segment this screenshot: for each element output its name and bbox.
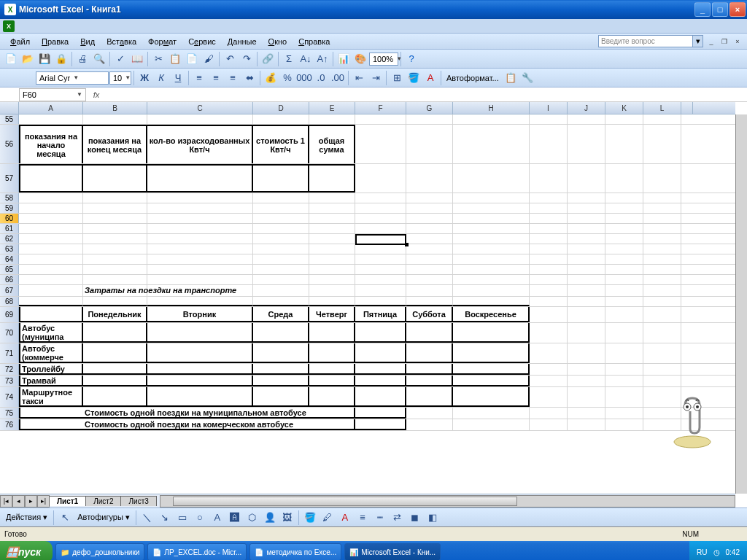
sheet-nav-next[interactable]: ▸ [25,495,37,508]
minimize-button[interactable]: _ [694,2,711,17]
col-J[interactable]: J [568,102,605,114]
ask-question-box[interactable]: Введите вопрос [598,35,693,47]
comma-button[interactable]: 000 [296,70,312,86]
oval-tool[interactable]: ○ [192,510,208,526]
lang-indicator[interactable]: RU [697,548,707,556]
sheet-tab-2[interactable]: Лист2 [85,496,121,506]
align-left-button[interactable]: ≡ [191,70,207,86]
sheet-tab-1[interactable]: Лист1 [49,496,86,506]
preview-button[interactable]: 🔍 [91,51,107,67]
paste-button[interactable]: 📄 [184,51,200,67]
dash-style-button[interactable]: ┅ [372,510,388,526]
tool-extra1[interactable]: 📋 [503,70,519,86]
col-C[interactable]: C [147,102,253,114]
autoformat-button[interactable]: Автоформат... [444,74,502,82]
textbox-tool[interactable]: A [209,510,225,526]
horizontal-scrollbar[interactable] [160,495,735,508]
font-size-dropdown[interactable]: 10▼ [109,71,131,85]
zoom-dropdown[interactable]: 100%▼ [369,52,398,66]
fill-button[interactable]: 🪣 [302,510,318,526]
doc-close[interactable]: × [732,36,743,47]
arrow-style-button[interactable]: ⇄ [390,510,406,526]
spell-button[interactable]: ✓ [112,51,128,67]
cut-button[interactable]: ✂ [150,51,166,67]
sheet-nav-last[interactable]: ▸| [37,495,50,508]
dec-decimal-button[interactable]: .00 [330,70,346,86]
table1-h3[interactable]: кол-во израсходованных Квт/ч [147,125,253,163]
font-color-button2[interactable]: A [337,510,353,526]
diagram-tool[interactable]: ⬡ [244,510,260,526]
percent-button[interactable]: % [279,70,295,86]
save-button[interactable]: 💾 [36,51,53,67]
maximize-button[interactable]: □ [712,2,728,17]
task-folder[interactable]: 📁 дефо_дошкольники [55,543,144,560]
line-style-button[interactable]: ≡ [355,510,371,526]
fill-handle[interactable] [405,243,409,246]
doc-restore[interactable]: ❐ [719,36,729,47]
menu-view[interactable]: Вид [74,36,101,47]
permissions-button[interactable]: 🔒 [53,51,69,67]
vertical-scrollbar[interactable] [735,114,747,494]
tool-extra2[interactable]: 🔧 [519,70,535,86]
task-word1[interactable]: 📄 ЛР_EXCEL.doc - Micr... [147,543,247,560]
close-button[interactable]: × [729,2,746,17]
task-word2[interactable]: 📄 методичка по Exce... [249,543,341,560]
redo-button[interactable]: ↷ [239,51,255,67]
autosum-button[interactable]: Σ [281,51,297,67]
picture-tool[interactable]: 🖼 [279,510,295,526]
bold-button[interactable]: Ж [136,70,152,86]
col-K[interactable]: K [605,102,643,114]
merge-button[interactable]: ⬌ [241,70,258,86]
hyperlink-button[interactable]: 🔗 [260,51,276,67]
align-right-button[interactable]: ≡ [225,70,241,86]
font-color-button[interactable]: A [422,70,438,86]
col-L[interactable]: L [643,102,681,114]
align-center-button[interactable]: ≡ [208,70,224,86]
sheet-tab-3[interactable]: Лист3 [120,496,156,506]
col-E[interactable]: E [309,102,355,114]
system-tray[interactable]: RU ◷ 0:42 [689,541,747,560]
copy-button[interactable]: 📋 [167,51,183,67]
research-button[interactable]: 📖 [129,51,145,67]
inc-decimal-button[interactable]: .0 [313,70,329,86]
task-excel[interactable]: 📊 Microsoft Excel - Кни... [344,543,441,560]
menu-edit[interactable]: Правка [36,36,74,47]
table1-h4[interactable]: стоимость 1 Квт/ч [253,125,309,163]
actions-button[interactable]: Действия ▾ [3,513,50,522]
col-F[interactable]: F [355,102,406,114]
line-color-button[interactable]: 🖊 [320,510,336,526]
spreadsheet-grid[interactable]: A B C D E F G H I J K L 55 56 показания … [0,102,747,508]
menu-format[interactable]: Формат [142,36,182,47]
sort-asc-button[interactable]: A↓ [298,51,314,67]
rect-tool[interactable]: ▭ [174,510,190,526]
print-button[interactable]: 🖨 [74,51,90,67]
doc-minimize[interactable]: _ [706,36,716,47]
column-headers[interactable]: A B C D E F G H I J K L [0,102,735,114]
col-I[interactable]: I [530,102,568,114]
inc-indent-button[interactable]: ⇥ [368,70,384,86]
shadow-button[interactable]: ◼ [407,510,423,526]
undo-button[interactable]: ↶ [222,51,238,67]
menu-service[interactable]: Сервис [182,36,222,47]
underline-button[interactable]: Ч [170,70,186,86]
row-head[interactable]: 57 [0,164,19,192]
col-A[interactable]: A [19,102,83,114]
clock[interactable]: 0:42 [726,548,740,556]
menu-data[interactable]: Данные [222,36,263,47]
menu-help[interactable]: Справка [293,36,336,47]
name-box[interactable]: F60▼ [19,88,86,101]
wordart-tool[interactable]: 🅰 [227,510,243,526]
fx-button[interactable]: fx [89,90,104,99]
formula-input[interactable] [104,88,747,101]
table1-h1[interactable]: показания на начало месяца [19,125,83,163]
col-G[interactable]: G [406,102,453,114]
ask-dropdown[interactable]: ▾ [693,35,703,47]
borders-button[interactable]: ⊞ [389,70,405,86]
select-arrow[interactable]: ↖ [57,510,73,526]
font-name-dropdown[interactable]: Arial Cyr▼ [36,71,109,85]
table1-h5[interactable]: общая сумма [309,125,355,163]
menu-insert[interactable]: Вставка [101,36,142,47]
help-button[interactable]: ? [403,51,419,67]
table1-h2[interactable]: показания на конец месяца [83,125,147,163]
sort-desc-button[interactable]: A↑ [314,51,330,67]
